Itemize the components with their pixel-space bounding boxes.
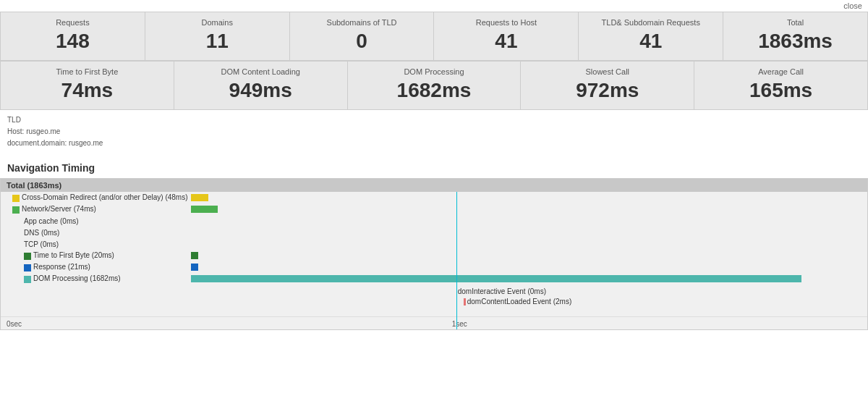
color-swatch — [24, 264, 31, 271]
timing-label: App cache (0ms) — [1, 215, 191, 227]
stat-card: TLD& Subdomain Requests41 — [579, 12, 723, 61]
timing-row: DOM Processing (1682ms) — [1, 273, 867, 285]
domain-label: document.domain: — [7, 139, 69, 147]
timing-bar — [191, 275, 802, 282]
stat-label: Slowest Call — [529, 67, 685, 76]
stat-card: DOM Content Loading949ms — [174, 62, 348, 110]
stats-row-2: Time to First Byte74msDOM Content Loadin… — [0, 61, 868, 110]
timing-row: Network/Server (74ms) — [1, 203, 867, 215]
stat-label: Total — [732, 18, 859, 27]
stat-card: DOM Processing1682ms — [348, 62, 522, 110]
event-bar — [464, 298, 466, 306]
top-bar: close — [0, 0, 868, 12]
timing-bar — [191, 206, 218, 213]
timing-label: DOM Processing (1682ms) — [1, 273, 191, 285]
section-title: Navigation Timing — [0, 153, 868, 178]
stat-card: Time to First Byte74ms — [1, 62, 174, 110]
timing-row: Cross-Domain Redirect (and/or other Dela… — [1, 192, 867, 203]
timing-row: App cache (0ms) — [1, 215, 867, 227]
timing-bar — [191, 194, 208, 201]
stat-value: 949ms — [183, 79, 339, 102]
stat-value: 1863ms — [732, 30, 859, 53]
timing-label: Cross-Domain Redirect (and/or other Dela… — [1, 192, 191, 203]
timing-bar-cell — [191, 238, 867, 250]
timing-label: Response (21ms) — [1, 261, 191, 273]
timing-row: TCP (0ms) — [1, 238, 867, 250]
timing-bar-cell — [191, 261, 867, 273]
timing-bar-cell — [191, 192, 867, 203]
stat-card: Domains11 — [145, 12, 290, 61]
event-labels-area: domInteractive Event (0ms)domContentLoad… — [1, 285, 867, 316]
color-swatch — [12, 195, 20, 202]
domain-value: rusgeo.me — [69, 139, 103, 147]
stat-label: Subdomains of TLD — [299, 18, 425, 27]
stat-card: Slowest Call972ms — [521, 62, 694, 110]
timing-label: Network/Server (74ms) — [1, 203, 191, 215]
dom-content-loaded-label: domContentLoaded Event (2ms) — [464, 298, 572, 306]
stat-card: Requests to Host41 — [434, 12, 579, 61]
stat-label: Time to First Byte — [9, 67, 165, 76]
stat-label: DOM Content Loading — [183, 67, 339, 76]
host-info: Host: rusgeo.me — [7, 126, 861, 138]
stat-value: 165ms — [703, 79, 859, 102]
meta-info: TLD Host: rusgeo.me document.domain: rus… — [0, 110, 868, 153]
stat-card: Subdomains of TLD0 — [290, 12, 435, 61]
stat-value: 1682ms — [357, 79, 512, 102]
axis-1-label: 1sec — [452, 320, 467, 328]
timeline-wrapper: Cross-Domain Redirect (and/or other Dela… — [1, 192, 867, 329]
domain-info: document.domain: rusgeo.me — [7, 138, 861, 149]
host-value: rusgeo.me — [26, 127, 60, 135]
timing-table: Cross-Domain Redirect (and/or other Dela… — [1, 192, 867, 285]
stat-value: 0 — [299, 30, 425, 53]
color-swatch — [12, 206, 20, 214]
stat-value: 41 — [443, 30, 569, 53]
timing-row: DNS (0ms) — [1, 227, 867, 238]
stat-value: 148 — [9, 30, 136, 53]
stat-label: Domains — [154, 18, 281, 27]
tld-info: TLD — [7, 114, 861, 126]
stats-row-1: Requests148Domains11Subdomains of TLD0Re… — [0, 12, 868, 61]
stat-label: DOM Processing — [357, 67, 512, 76]
color-swatch — [24, 253, 31, 260]
timing-bar-cell — [191, 250, 867, 261]
timing-row: Response (21ms) — [1, 261, 867, 273]
stat-value: 11 — [154, 30, 281, 53]
tld-label: TLD — [7, 116, 21, 124]
stat-card: Average Call165ms — [694, 62, 868, 110]
stat-value: 972ms — [529, 79, 685, 102]
timing-bar-cell — [191, 215, 867, 227]
time-axis: 0sec1sec — [1, 316, 867, 329]
timing-bar-cell — [191, 273, 867, 285]
axis-0-label: 0sec — [7, 320, 22, 328]
stat-label: Requests — [9, 18, 136, 27]
stat-label: TLD& Subdomain Requests — [587, 18, 714, 27]
stat-value: 74ms — [9, 79, 165, 102]
stat-value: 41 — [587, 30, 714, 53]
timing-row: Time to First Byte (20ms) — [1, 250, 867, 261]
stat-card: Requests148 — [1, 12, 145, 61]
timing-header: Total (1863ms) — [1, 179, 867, 192]
timing-label: TCP (0ms) — [1, 238, 191, 250]
stat-card: Total1863ms — [723, 12, 868, 61]
host-label: Host: — [7, 127, 26, 135]
stat-label: Requests to Host — [443, 18, 569, 27]
timing-label: DNS (0ms) — [1, 227, 191, 238]
stat-label: Average Call — [703, 67, 859, 76]
close-link[interactable]: close — [843, 1, 862, 10]
timing-bar-cell — [191, 203, 867, 215]
color-swatch — [24, 276, 31, 283]
dom-interactive-label: domInteractive Event (0ms) — [458, 287, 546, 295]
timing-bar-cell — [191, 227, 867, 238]
timing-label: Time to First Byte (20ms) — [1, 250, 191, 261]
timing-bar — [191, 264, 198, 271]
timing-bar — [191, 252, 198, 259]
timing-container: Total (1863ms)Cross-Domain Redirect (and… — [0, 178, 868, 330]
navigation-timing-section: Navigation Timing Total (1863ms)Cross-Do… — [0, 153, 868, 330]
